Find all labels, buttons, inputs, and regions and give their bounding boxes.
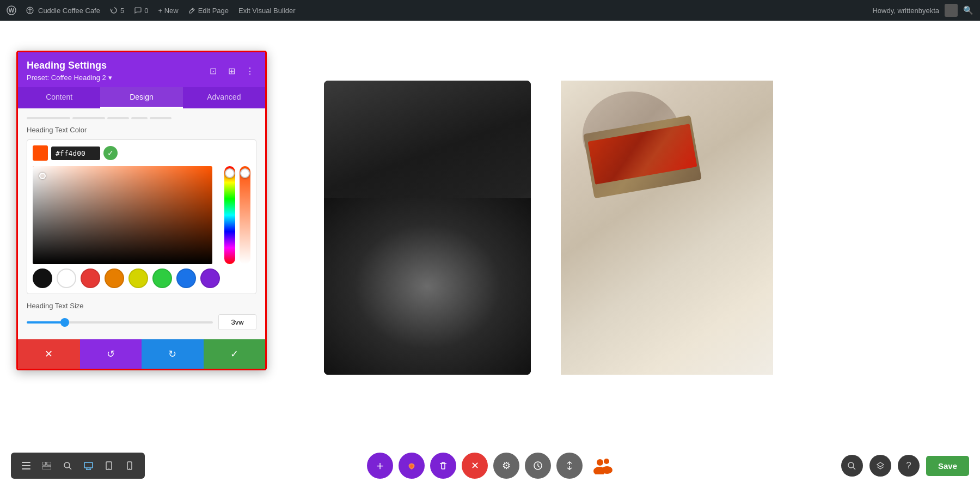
alpha-slider[interactable] — [240, 166, 250, 264]
delete-button[interactable] — [430, 453, 456, 479]
wp-logo[interactable]: W — [7, 5, 16, 15]
indicator-3 — [107, 117, 129, 119]
gradient-area[interactable] — [33, 166, 220, 264]
preset-color-blue[interactable] — [176, 269, 196, 288]
settings-center-button[interactable]: ⚙ — [493, 453, 519, 479]
exit-visual-builder[interactable]: Exit Visual Builder — [238, 7, 296, 15]
new-menu[interactable]: + New — [158, 7, 178, 15]
svg-rect-5 — [22, 462, 30, 463]
size-row — [27, 314, 256, 330]
indicator-4 — [131, 117, 148, 119]
comments[interactable]: 0 — [134, 7, 148, 15]
howdy-text: Howdy, writtenbyekta — [872, 7, 939, 15]
preset-colors — [33, 269, 250, 288]
panel-tabs: Content Design Advanced — [18, 87, 265, 108]
edit-page[interactable]: Edit Page — [188, 7, 229, 15]
dividers-button[interactable] — [556, 453, 583, 479]
tab-design[interactable]: Design — [100, 87, 182, 108]
redo-button[interactable]: ↻ — [142, 339, 204, 369]
divi-logo-button[interactable] — [399, 453, 425, 479]
desktop-icon[interactable] — [81, 458, 96, 473]
svg-rect-7 — [22, 468, 30, 469]
panel-icon-more[interactable]: ⋮ — [243, 64, 256, 77]
size-slider-track[interactable] — [27, 321, 213, 324]
undo-button[interactable]: ↺ — [80, 339, 142, 369]
tablet-icon[interactable] — [101, 458, 117, 473]
preset-color-red[interactable] — [81, 269, 100, 288]
indicator-2 — [72, 117, 105, 119]
main-area: ng ee, ew. Heading Settings Preset: Coff — [0, 21, 980, 482]
svg-point-18 — [108, 468, 109, 469]
panel-body: Heading Text Color ✓ — [18, 108, 265, 339]
bottom-toolbar: ＋ ✕ ⚙ — [0, 449, 980, 482]
admin-bar-right: Howdy, writtenbyekta 🔍 — [872, 4, 973, 17]
preset-color-white[interactable] — [57, 269, 76, 288]
preset-color-purple[interactable] — [200, 269, 220, 288]
svg-rect-6 — [22, 465, 30, 466]
site-name[interactable]: Cuddle Coffee Cafe — [26, 7, 100, 15]
svg-point-11 — [64, 462, 70, 468]
search-right-icon[interactable] — [841, 455, 863, 477]
picker-row — [33, 166, 250, 264]
mobile-icon[interactable] — [122, 458, 137, 473]
size-section: Heading Text Size — [27, 302, 256, 330]
wireframe-icon[interactable] — [39, 458, 54, 473]
toolbar-center: ＋ ✕ ⚙ — [367, 453, 618, 479]
search-toolbar-icon[interactable] — [60, 458, 75, 473]
heading-text-size-label: Heading Text Size — [27, 302, 256, 310]
hex-row: ✓ — [33, 145, 250, 161]
indicator-1 — [27, 117, 70, 119]
hex-input[interactable] — [51, 147, 100, 160]
panel-header: Heading Settings Preset: Coffee Heading … — [18, 52, 265, 87]
svg-text:W: W — [9, 7, 15, 14]
svg-point-27 — [602, 466, 612, 474]
panel-preset[interactable]: Preset: Coffee Heading 2 ▾ — [27, 74, 112, 82]
svg-marker-30 — [877, 462, 884, 467]
svg-point-28 — [848, 462, 854, 468]
size-input[interactable] — [218, 314, 256, 330]
layers-icon[interactable] — [869, 455, 891, 477]
hue-thumb[interactable] — [225, 168, 235, 178]
preset-color-orange[interactable] — [105, 269, 124, 288]
alpha-thumb[interactable] — [240, 168, 250, 178]
revisions[interactable]: 5 — [110, 7, 124, 15]
cancel-button[interactable]: ✕ — [18, 339, 80, 369]
panel-icon-expand[interactable]: ⊡ — [206, 64, 219, 77]
color-picker-container: ✓ — [27, 139, 256, 294]
menu-icon[interactable] — [19, 458, 34, 473]
close-center-button[interactable]: ✕ — [462, 453, 488, 479]
search-admin-icon[interactable]: 🔍 — [963, 5, 973, 15]
history-button[interactable] — [525, 453, 551, 479]
portability-button[interactable] — [588, 453, 618, 479]
size-slider-thumb[interactable] — [60, 318, 69, 327]
picker-cursor — [39, 173, 46, 179]
color-swatch[interactable] — [33, 145, 48, 161]
tab-advanced[interactable]: Advanced — [183, 87, 265, 108]
svg-point-24 — [597, 459, 603, 466]
indicator-5 — [150, 117, 171, 119]
preset-color-black[interactable] — [33, 269, 52, 288]
heading-text-color-label: Heading Text Color — [27, 126, 256, 134]
toolbar-left — [11, 453, 145, 479]
svg-rect-8 — [42, 462, 46, 465]
svg-line-4 — [192, 9, 193, 10]
add-content-button[interactable]: ＋ — [367, 453, 393, 479]
section-indicators — [27, 117, 256, 119]
svg-line-29 — [853, 467, 855, 469]
help-icon[interactable]: ? — [898, 455, 920, 477]
coffee-grinder-image — [324, 81, 531, 375]
svg-rect-9 — [47, 462, 51, 465]
size-slider-fill — [27, 321, 64, 324]
admin-bar: W Cuddle Coffee Cafe 5 0 + New Edit Page… — [0, 0, 980, 21]
hex-confirm-button[interactable]: ✓ — [103, 146, 118, 160]
user-avatar[interactable] — [945, 4, 958, 17]
panel-icon-split[interactable]: ⊞ — [225, 64, 238, 77]
hue-slider[interactable] — [224, 166, 235, 264]
preset-color-green[interactable] — [152, 269, 172, 288]
save-button[interactable]: Save — [926, 456, 969, 476]
preset-color-yellow[interactable] — [128, 269, 148, 288]
save-panel-button[interactable]: ✓ — [204, 339, 266, 369]
tab-content[interactable]: Content — [18, 87, 100, 108]
settings-panel: Heading Settings Preset: Coffee Heading … — [16, 51, 267, 370]
svg-rect-10 — [42, 466, 51, 469]
